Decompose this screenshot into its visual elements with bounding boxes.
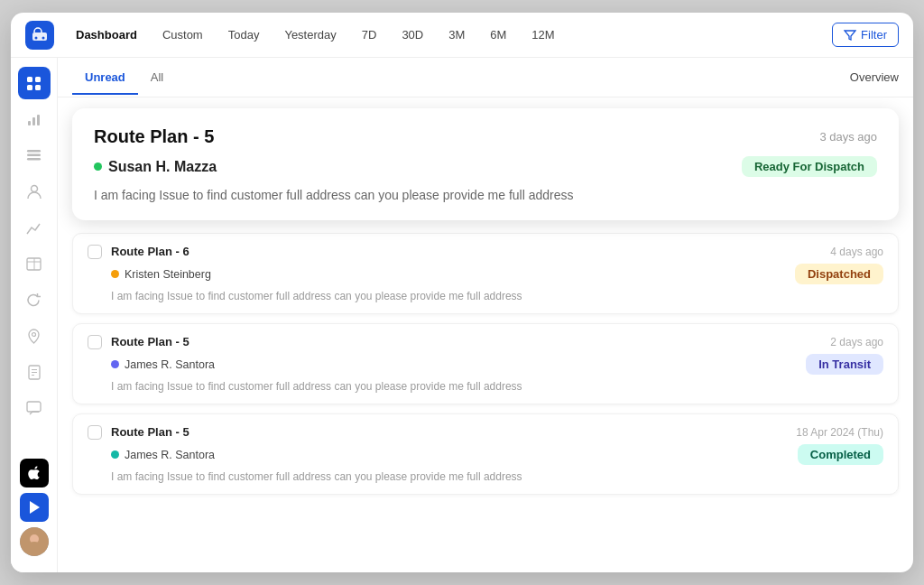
content-area: Unread All Overview Route Plan - 5 3 day… <box>58 58 913 572</box>
card-1-status-badge: Dispatched <box>795 264 883 284</box>
app-window: Dashboard Custom Today Yesterday 7D 30D … <box>11 13 913 572</box>
card-2-status-badge: In Transit <box>806 354 883 375</box>
svg-rect-0 <box>32 32 47 41</box>
card-3-checkbox[interactable] <box>88 425 102 440</box>
svg-point-2 <box>42 36 45 39</box>
sidebar-icon-person[interactable] <box>18 175 51 208</box>
featured-status-badge: Ready For Dispatch <box>742 156 877 177</box>
featured-status-dot <box>94 162 102 171</box>
sidebar-icon-bar-chart[interactable] <box>18 211 51 244</box>
sidebar-icon-grid[interactable] <box>18 67 51 99</box>
tab-all[interactable]: All <box>138 61 176 95</box>
sidebar-icon-refresh[interactable] <box>18 283 51 316</box>
nav-today[interactable]: Today <box>217 23 271 47</box>
sidebar-icon-location[interactable] <box>18 320 51 352</box>
card-2-content: Route Plan - 5 2 days ago James R. Santo… <box>111 335 883 393</box>
featured-card-name: Susan H. Mazza <box>94 159 217 175</box>
card-1-title: Route Plan - 6 <box>111 245 189 258</box>
card-3-header: Route Plan - 5 18 Apr 2024 (Thu) <box>111 425 883 439</box>
overview-label: Overview <box>850 70 899 84</box>
card-3-status-badge: Completed <box>798 444 883 465</box>
notification-card-2[interactable]: Route Plan - 5 2 days ago James R. Santo… <box>72 323 899 404</box>
card-1-checkbox[interactable] <box>88 245 102 259</box>
card-2-name-row: James R. Santora In Transit <box>111 354 883 375</box>
card-1-name-text: Kristen Steinberg <box>125 268 211 281</box>
card-1-header: Route Plan - 6 4 days ago <box>111 245 883 258</box>
nav-dashboard[interactable]: Dashboard <box>65 23 148 47</box>
svg-rect-12 <box>27 158 41 161</box>
user-avatar[interactable] <box>20 527 49 556</box>
card-2-title: Route Plan - 5 <box>111 335 189 348</box>
sidebar-icon-document[interactable] <box>18 356 51 388</box>
svg-rect-9 <box>37 115 40 125</box>
card-1-name: Kristen Steinberg <box>111 268 211 281</box>
sidebar-icon-table[interactable] <box>18 247 51 280</box>
card-3-message: I am facing Issue to find customer full … <box>111 470 883 483</box>
featured-card-message: I am facing Issue to find customer full … <box>94 188 877 202</box>
nav-6m[interactable]: 6M <box>479 23 517 47</box>
featured-notification-card[interactable]: Route Plan - 5 3 days ago Susan H. Mazza… <box>72 108 899 220</box>
sidebar-icon-chat[interactable] <box>18 392 51 424</box>
card-2-checkbox[interactable] <box>88 335 102 349</box>
nav-custom[interactable]: Custom <box>152 23 214 47</box>
card-3-row: Route Plan - 5 18 Apr 2024 (Thu) James R… <box>88 425 883 483</box>
card-1-content: Route Plan - 6 4 days ago Kristen Steinb… <box>111 245 883 302</box>
svg-point-17 <box>32 332 36 336</box>
card-3-name: James R. Santora <box>111 449 215 461</box>
svg-rect-10 <box>27 150 41 153</box>
card-2-name: James R. Santora <box>111 358 215 371</box>
notifications-area: Route Plan - 5 3 days ago Susan H. Mazza… <box>58 98 913 572</box>
featured-name-text: Susan H. Mazza <box>108 159 217 175</box>
card-1-time: 4 days ago <box>830 246 883 258</box>
svg-rect-11 <box>27 154 41 157</box>
svg-rect-6 <box>35 85 41 90</box>
nav-yesterday[interactable]: Yesterday <box>273 23 346 47</box>
featured-card-header: Route Plan - 5 3 days ago <box>94 126 877 147</box>
card-1-row: Route Plan - 6 4 days ago Kristen Steinb… <box>88 245 883 302</box>
main-layout: Unread All Overview Route Plan - 5 3 day… <box>11 58 913 572</box>
card-2-name-text: James R. Santora <box>125 358 215 371</box>
sub-nav: Unread All Overview <box>58 58 913 98</box>
card-1-status-dot <box>111 270 119 278</box>
card-3-time: 18 Apr 2024 (Thu) <box>796 426 883 439</box>
card-2-status-dot <box>111 360 119 368</box>
sidebar <box>11 58 58 572</box>
card-2-row: Route Plan - 5 2 days ago James R. Santo… <box>88 335 883 393</box>
svg-rect-4 <box>35 77 41 82</box>
top-nav: Dashboard Custom Today Yesterday 7D 30D … <box>11 13 913 58</box>
apple-store-icon[interactable] <box>20 459 49 488</box>
card-2-message: I am facing Issue to find customer full … <box>111 380 883 393</box>
nav-7d[interactable]: 7D <box>351 23 388 47</box>
filter-label: Filter <box>861 28 887 42</box>
tab-unread[interactable]: Unread <box>72 61 138 95</box>
card-1-name-row: Kristen Steinberg Dispatched <box>111 264 883 284</box>
play-store-icon[interactable] <box>20 493 49 522</box>
svg-marker-23 <box>30 501 40 514</box>
nav-12m[interactable]: 12M <box>521 23 565 47</box>
sidebar-bottom <box>20 459 49 563</box>
featured-card-time: 3 days ago <box>819 130 877 144</box>
sidebar-icon-chart[interactable] <box>18 103 51 135</box>
sidebar-icon-list[interactable] <box>18 139 51 172</box>
featured-card-row: Susan H. Mazza Ready For Dispatch <box>94 156 877 177</box>
app-logo[interactable] <box>25 21 54 50</box>
svg-rect-7 <box>28 121 31 125</box>
svg-rect-5 <box>27 85 32 90</box>
notification-card-1[interactable]: Route Plan - 6 4 days ago Kristen Steinb… <box>72 233 899 314</box>
filter-button[interactable]: Filter <box>832 23 899 47</box>
svg-point-1 <box>35 36 38 39</box>
card-3-content: Route Plan - 5 18 Apr 2024 (Thu) James R… <box>111 425 883 483</box>
nav-30d[interactable]: 30D <box>391 23 434 47</box>
card-3-status-dot <box>111 450 119 459</box>
card-1-message: I am facing Issue to find customer full … <box>111 290 883 302</box>
filter-icon <box>844 29 856 42</box>
svg-rect-3 <box>27 77 32 82</box>
notification-card-3[interactable]: Route Plan - 5 18 Apr 2024 (Thu) James R… <box>72 413 899 495</box>
card-3-name-row: James R. Santora Completed <box>111 444 883 465</box>
nav-3m[interactable]: 3M <box>438 23 476 47</box>
svg-rect-8 <box>32 117 35 125</box>
card-3-name-text: James R. Santora <box>125 449 215 461</box>
svg-rect-22 <box>27 402 41 412</box>
featured-card-title: Route Plan - 5 <box>94 126 214 147</box>
card-2-header: Route Plan - 5 2 days ago <box>111 335 883 348</box>
